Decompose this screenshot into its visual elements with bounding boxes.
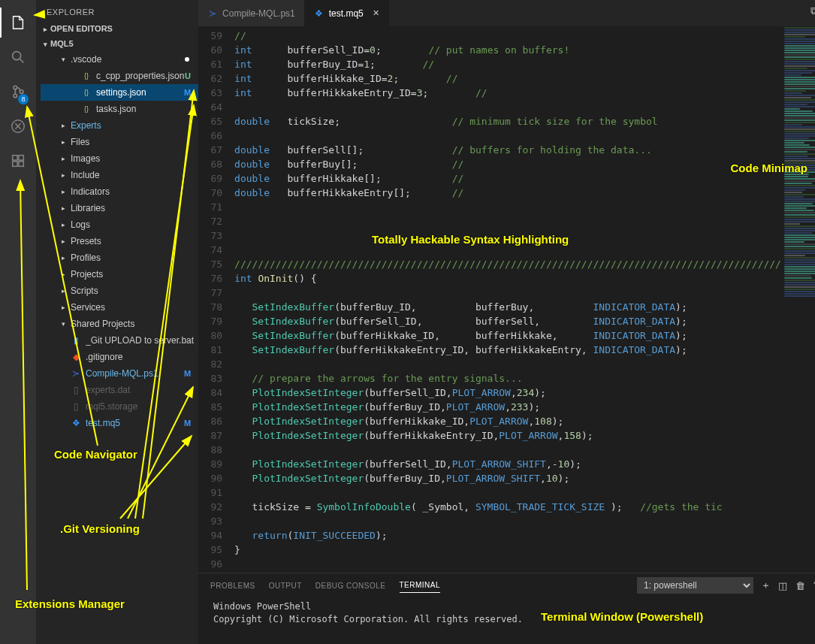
tab-compile-mql[interactable]: ≻ Compile-MQL.ps1 <box>198 0 305 26</box>
file-c-cpp-properties[interactable]: ▸c_cpp_properties.jsonU <box>41 68 198 84</box>
editor-tabs: ≻ Compile-MQL.ps1 ❖ test.mq5 ✕ <box>198 0 815 26</box>
powershell-file-icon: ≻ <box>71 368 81 379</box>
json-file-icon <box>81 105 92 113</box>
activity-extensions-icon[interactable] <box>0 146 36 176</box>
folder-experts[interactable]: ▸Experts <box>41 117 198 134</box>
file-gitignore[interactable]: ▸◆.gitignore <box>41 349 198 365</box>
split-terminal-icon[interactable]: ◫ <box>778 580 788 591</box>
svg-point-0 <box>13 52 21 60</box>
close-tab-icon[interactable]: ✕ <box>373 8 379 18</box>
folder-services[interactable]: ▸Services <box>41 299 198 316</box>
file-test-mq5[interactable]: ▸❖test.mq5M <box>41 415 198 431</box>
bat-file-icon: ▮ <box>71 335 81 346</box>
mq5-file-icon: ❖ <box>314 8 324 19</box>
folder-logs[interactable]: ▸Logs <box>41 216 198 233</box>
editor-area: ⧉ ◫ ⋯ ≻ Compile-MQL.ps1 ❖ test.mq5 ✕ 59 … <box>198 0 815 644</box>
activity-explorer-icon[interactable] <box>0 8 36 38</box>
title-actions: ⧉ ◫ ⋯ <box>810 5 815 17</box>
sidebar-title: EXPLORER <box>36 0 198 21</box>
activity-debug-icon[interactable] <box>0 111 36 141</box>
folder-vscode[interactable]: ▾.vscode <box>41 51 198 68</box>
file-mql5-storage[interactable]: ▸▯mql5.storage <box>41 398 198 415</box>
file-experts-dat[interactable]: ▸▯experts.dat <box>41 382 198 398</box>
folder-indicators[interactable]: ▸Indicators <box>41 183 198 200</box>
kill-terminal-icon[interactable]: 🗑 <box>795 580 806 591</box>
svg-point-3 <box>20 90 23 94</box>
folder-scripts[interactable]: ▸Scripts <box>41 283 198 299</box>
folder-include[interactable]: ▸Include <box>41 167 198 183</box>
line-gutter: 59 60 61 62 63 64 65 66 67 68 69 70 71 7… <box>198 26 234 573</box>
panel-tab-output[interactable]: OUTPUT <box>269 579 302 593</box>
tab-test-mq5[interactable]: ❖ test.mq5 ✕ <box>305 0 389 26</box>
svg-rect-7 <box>13 162 17 166</box>
new-terminal-icon[interactable]: ＋ <box>761 579 771 592</box>
panel-tab-problems[interactable]: PROBLEMS <box>210 579 255 593</box>
json-file-icon <box>81 89 92 96</box>
dat-file-icon: ▯ <box>71 385 81 395</box>
activity-search-icon[interactable] <box>0 42 36 72</box>
svg-rect-6 <box>19 156 23 160</box>
svg-rect-8 <box>19 162 23 166</box>
mq5-file-icon: ❖ <box>71 418 81 428</box>
file-tree: ▾.vscode ▸c_cpp_properties.jsonU ▸settin… <box>36 51 198 431</box>
activity-bar: 8 <box>0 0 36 644</box>
folder-projects[interactable]: ▸Projects <box>41 266 198 283</box>
scm-badge: 8 <box>18 94 29 104</box>
sidebar: EXPLORER OPEN EDITORS MQL5 ▾.vscode ▸c_c… <box>36 0 198 644</box>
json-file-icon <box>81 72 92 80</box>
panel-tab-debug[interactable]: DEBUG CONSOLE <box>315 579 386 593</box>
terminal-output[interactable]: Windows PowerShell Copyright (C) Microso… <box>198 597 815 629</box>
folder-profiles[interactable]: ▸Profiles <box>41 249 198 266</box>
file-git-upload[interactable]: ▸▮_Git UPLOAD to server.bat <box>41 332 198 349</box>
file-settings-json[interactable]: ▸settings.jsonM <box>41 84 198 101</box>
section-mql5[interactable]: MQL5 <box>36 36 198 51</box>
tab-label: Compile-MQL.ps1 <box>222 8 295 19</box>
file-tasks-json[interactable]: ▸tasks.json <box>41 101 198 117</box>
modified-dot-icon <box>185 57 189 62</box>
compare-icon[interactable]: ⧉ <box>810 5 815 17</box>
svg-point-1 <box>14 86 17 89</box>
folder-libraries[interactable]: ▸Libraries <box>41 200 198 216</box>
file-compile-mql[interactable]: ▸≻Compile-MQL.ps1M <box>41 365 198 382</box>
section-open-editors[interactable]: OPEN EDITORS <box>36 21 198 36</box>
gitignore-file-icon: ◆ <box>71 352 81 362</box>
folder-images[interactable]: ▸Images <box>41 150 198 167</box>
bottom-panel: PROBLEMS OUTPUT DEBUG CONSOLE TERMINAL 1… <box>198 573 815 644</box>
terminal-select[interactable]: 1: powershell <box>637 577 753 594</box>
storage-file-icon: ▯ <box>71 401 81 412</box>
panel-tabs: PROBLEMS OUTPUT DEBUG CONSOLE TERMINAL 1… <box>198 573 815 597</box>
folder-files[interactable]: ▸Files <box>41 134 198 150</box>
folder-shared[interactable]: ▾Shared Projects <box>41 316 198 332</box>
minimap[interactable] <box>781 26 815 573</box>
activity-scm-icon[interactable]: 8 <box>0 77 36 107</box>
code-content[interactable]: // int bufferSell_ID=0; // put names on … <box>234 26 781 573</box>
editor-body[interactable]: 59 60 61 62 63 64 65 66 67 68 69 70 71 7… <box>198 26 815 573</box>
powershell-file-icon: ≻ <box>207 8 218 19</box>
tab-label: test.mq5 <box>329 8 364 19</box>
svg-rect-5 <box>13 156 17 160</box>
folder-presets[interactable]: ▸Presets <box>41 233 198 249</box>
panel-tab-terminal[interactable]: TERMINAL <box>400 578 441 593</box>
svg-point-2 <box>14 94 17 98</box>
